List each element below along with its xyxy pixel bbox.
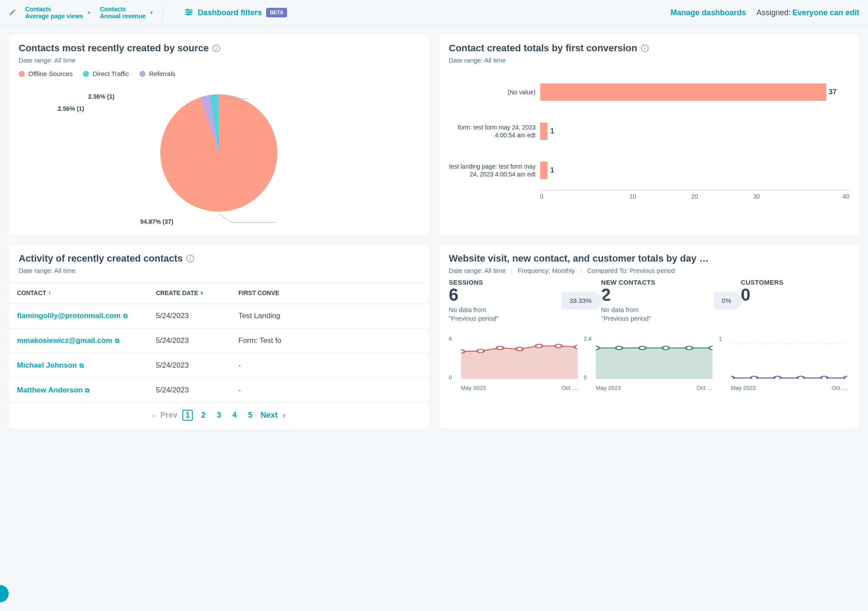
svg-point-29 — [731, 376, 734, 379]
table-row[interactable]: flamingolily@protonmail.com⧉ 5/24/2023 T… — [8, 304, 430, 329]
svg-point-14 — [477, 349, 484, 353]
card-sub: Date range: All time — [19, 56, 419, 64]
external-link-icon[interactable]: ⧉ — [123, 312, 128, 320]
chevron-down-icon: ▼ — [86, 10, 91, 15]
legend-item[interactable]: Offline Sources — [19, 70, 73, 77]
svg-point-32 — [798, 376, 805, 379]
card-title: Contact created totals by first conversi… — [449, 43, 637, 54]
prev-button[interactable]: Prev — [160, 411, 177, 420]
sort-icon: ▲▼ — [200, 291, 203, 295]
svg-point-17 — [535, 344, 542, 348]
chevron-left-icon[interactable]: ‹ — [152, 410, 155, 420]
manage-dashboards-link[interactable]: Manage dashboards — [670, 8, 746, 17]
external-link-icon[interactable]: ⧉ — [79, 362, 84, 369]
kpi-new-contacts: NEW CONTACTS 2 No data from "Previous pe… — [601, 279, 710, 322]
page-3[interactable]: 3 — [214, 411, 224, 420]
card-contacts-by-conversion: Contact created totals by first conversi… — [438, 33, 861, 236]
svg-point-3 — [187, 9, 188, 10]
chevron-down-icon: ▼ — [149, 10, 154, 15]
card-title: Website visit, new contact, and customer… — [449, 253, 709, 264]
legend: Offline Sources Direct Traffic Referrals — [19, 70, 419, 77]
dropdown-contacts-revenue[interactable]: Contacts Annual revenue ▼ — [100, 6, 154, 20]
dashboard-filters-link[interactable]: Dashboard filters — [198, 8, 262, 17]
card-sub: Date range: All time — [449, 56, 850, 64]
th-create-date[interactable]: CREATE DATE▲▼ — [156, 289, 221, 296]
bar-row[interactable]: (No value) 37 — [449, 73, 850, 112]
svg-point-26 — [709, 346, 713, 350]
pagination: ‹ Prev 1 2 3 4 5 Next › — [19, 410, 419, 421]
bar-row[interactable]: test landing page: test form may 24, 202… — [449, 151, 850, 190]
funnel-arrow: 0% — [714, 279, 736, 322]
th-first-conversion[interactable]: FIRST CONVE — [221, 289, 421, 296]
edit-icon[interactable] — [9, 8, 17, 17]
table-row[interactable]: Matthew Anderson⧉ 5/24/2023 - — [8, 378, 430, 403]
pie-chart: 2.56% (1) 2.56% (1) 94.87% (37) — [19, 79, 419, 227]
divider — [162, 4, 163, 21]
page-1[interactable]: 1 — [182, 410, 193, 421]
sparkline-customers: 1 May 2023Oct … — [719, 335, 849, 391]
svg-point-18 — [555, 344, 562, 348]
info-icon[interactable]: i — [212, 44, 220, 52]
page-4[interactable]: 4 — [229, 411, 240, 420]
bar-chart: (No value) 37 form: test form may 24, 20… — [449, 73, 850, 200]
svg-point-5 — [188, 13, 189, 15]
svg-point-31 — [774, 376, 781, 379]
dd-line1: Contacts — [100, 6, 145, 13]
table-row[interactable]: Michael Johnson⧉ 5/24/2023 - — [8, 353, 430, 378]
table-row[interactable]: mmakosiewicz@gmail.com⧉ 5/24/2023 Form: … — [8, 329, 430, 353]
next-button[interactable]: Next — [261, 411, 277, 420]
pie-label: 2.56% (1) — [58, 105, 84, 112]
dd-line1: Contacts — [25, 6, 83, 13]
th-contact[interactable]: CONTACT▲▼ — [17, 289, 156, 296]
card-kpi: Website visit, new contact, and customer… — [438, 244, 861, 430]
svg-point-30 — [751, 376, 758, 379]
bar-row[interactable]: form: test form may 24, 2023 4:00:54 am … — [449, 112, 850, 151]
svg-point-13 — [461, 350, 465, 353]
svg-point-33 — [821, 376, 828, 379]
svg-point-24 — [663, 346, 670, 350]
chevron-right-icon[interactable]: › — [283, 410, 286, 420]
page-2[interactable]: 2 — [198, 411, 208, 420]
table-header: CONTACT▲▼ CREATE DATE▲▼ FIRST CONVE — [8, 282, 430, 304]
dd-line2: Average page views — [25, 13, 83, 20]
svg-point-15 — [496, 346, 503, 350]
svg-point-21 — [596, 346, 599, 350]
svg-point-19 — [574, 345, 578, 349]
funnel-arrow: 33.33% — [561, 279, 597, 322]
filters-icon[interactable] — [185, 8, 193, 18]
sort-icon: ▲▼ — [48, 291, 51, 295]
assigned-label: Assigned: — [756, 8, 791, 17]
sparkline-sessions: 8 0 May 2023Oct … — [449, 335, 580, 391]
legend-item[interactable]: Direct Traffic — [83, 70, 129, 77]
pie-label: 94.87% (37) — [140, 218, 173, 225]
card-title: Activity of recently created contacts — [19, 253, 183, 264]
svg-point-34 — [844, 376, 848, 379]
card-title: Contacts most recently created by source — [19, 43, 209, 54]
external-link-icon[interactable]: ⧉ — [85, 387, 89, 394]
card-meta: Date range: All time| Frequency: Monthly… — [449, 267, 850, 274]
svg-point-25 — [686, 346, 693, 350]
svg-point-23 — [639, 346, 646, 350]
card-activity-table: Activity of recently created contacts i … — [8, 244, 430, 430]
info-icon[interactable]: i — [186, 255, 194, 262]
kpi-customers: CUSTOMERS 0 — [741, 279, 849, 322]
info-icon[interactable]: i — [641, 44, 649, 52]
svg-point-16 — [516, 347, 523, 351]
svg-point-22 — [616, 346, 623, 350]
external-link-icon[interactable]: ⧉ — [115, 337, 119, 345]
dropdown-contacts-pageviews[interactable]: Contacts Average page views ▼ — [25, 6, 91, 20]
beta-badge: BETA — [266, 8, 287, 17]
svg-point-4 — [190, 11, 191, 13]
x-axis: 0 10 20 30 40 — [540, 190, 850, 200]
sparkline-new-contacts: 2.4 0 May 2023Oct … — [584, 335, 714, 391]
dd-line2: Annual revenue — [100, 13, 145, 20]
card-sub: Date range: All time — [19, 267, 419, 274]
legend-item[interactable]: Referrals — [139, 70, 175, 77]
page-5[interactable]: 5 — [245, 411, 255, 420]
pie-label: 2.56% (1) — [88, 93, 115, 100]
assigned-value[interactable]: Everyone can edit — [792, 8, 859, 17]
topbar: Contacts Average page views ▼ Contacts A… — [0, 0, 868, 26]
kpi-sessions: SESSIONS 6 No data from "Previous period… — [449, 279, 558, 322]
card-contacts-by-source: Contacts most recently created by source… — [8, 33, 430, 236]
